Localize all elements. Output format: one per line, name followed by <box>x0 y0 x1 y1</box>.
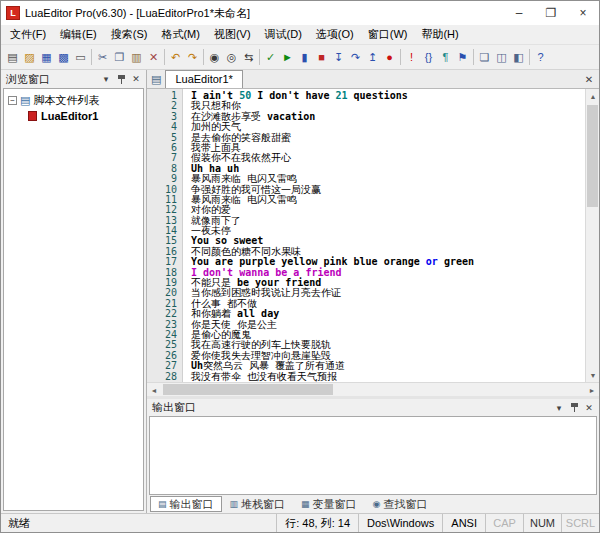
code-text: 暴风雨来临 电闪又雷鸣 <box>191 194 297 205</box>
step-over-button[interactable]: ↷ <box>347 47 364 67</box>
breakpoint-button[interactable]: ● <box>381 47 398 67</box>
scroll-right-icon[interactable]: ► <box>585 383 599 397</box>
code-text: 我只想和你 <box>191 100 241 111</box>
horizontal-scroll-thumb[interactable] <box>163 384 333 395</box>
tree-root-label: 脚本文件列表 <box>33 93 99 108</box>
menu-item[interactable]: 视图(V) <box>207 25 258 44</box>
close-button[interactable]: × <box>567 1 599 25</box>
save-all-button[interactable]: ▩ <box>55 47 72 67</box>
vertical-scroll-thumb[interactable] <box>587 105 598 207</box>
step-out-icon: ↥ <box>368 51 377 64</box>
undo-button[interactable]: ↶ <box>167 47 184 67</box>
cascade-windows-button[interactable]: ❏ <box>476 47 493 67</box>
stop-button[interactable]: ■ <box>313 47 330 67</box>
output-tab-stack[interactable]: ▥堆栈窗口 <box>222 496 294 512</box>
output-tab-icon: ▤ <box>158 499 167 509</box>
help-button[interactable]: ? <box>532 47 549 67</box>
output-tab-variables[interactable]: ▦变量窗口 <box>293 496 365 512</box>
code-text: You so sweet <box>191 235 263 246</box>
cut-button[interactable]: ✂ <box>94 47 111 67</box>
code-text: 我在高速行驶的列车上快要脱轨 <box>191 339 331 350</box>
vertical-scrollbar[interactable]: ▲ ▼ <box>585 89 599 382</box>
menu-item[interactable]: 调试(D) <box>258 25 309 44</box>
code-text: Uh <box>191 360 203 371</box>
document-close-icon[interactable]: ✕ <box>581 71 597 87</box>
output-close-button[interactable]: ✕ <box>582 401 596 415</box>
breakpoint-icon: ● <box>386 51 393 63</box>
save-file-button[interactable]: ▦ <box>38 47 55 67</box>
document-icon: ▤ <box>151 73 161 86</box>
find-next-button[interactable]: ◎ <box>223 47 240 67</box>
pause-button[interactable]: ▮ <box>296 47 313 67</box>
paste-icon: ▥ <box>131 51 141 64</box>
panel-pin-button[interactable] <box>114 72 128 86</box>
scroll-up-icon[interactable]: ▲ <box>586 89 600 103</box>
panel-close-button[interactable]: ✕ <box>129 72 143 86</box>
tree-collapse-icon[interactable]: − <box>8 96 17 105</box>
code-area[interactable]: I ain't 50 I don't have 21 questions我只想和… <box>183 89 585 382</box>
vertical-scroll-track[interactable] <box>586 103 599 368</box>
print-button[interactable]: ▭ <box>72 47 89 67</box>
output-tab-search[interactable]: ◉查找窗口 <box>365 496 436 512</box>
code-line: I ain't 50 I don't have 21 questions <box>191 91 585 101</box>
code-editor[interactable]: 1234567891011121314151617181920212223242… <box>147 89 599 382</box>
menu-item[interactable]: 窗口(W) <box>361 25 415 44</box>
menu-item[interactable]: 编辑(E) <box>53 25 104 44</box>
paste-button[interactable]: ▥ <box>128 47 145 67</box>
toolbar-separator <box>91 49 92 65</box>
maximize-button[interactable]: ❐ <box>535 1 567 25</box>
app-window: L LuaEditor Pro(v6.30) - [LuaEditorPro1*… <box>0 0 600 533</box>
copy-icon: ❐ <box>115 51 125 64</box>
tile-vertical-button[interactable]: ◧ <box>510 47 527 67</box>
code-text: 21 <box>336 90 348 101</box>
find-button[interactable]: ◉ <box>206 47 223 67</box>
output-tab-output[interactable]: ▤输出窗口 <box>150 496 222 512</box>
new-file-button[interactable]: ▤ <box>4 47 21 67</box>
menu-item[interactable]: 搜索(S) <box>104 25 155 44</box>
scroll-down-icon[interactable]: ▼ <box>586 368 600 382</box>
tree-item-luaeditor1[interactable]: LuaEditor1 <box>6 108 141 124</box>
output-content <box>149 416 597 495</box>
replace-button[interactable]: ⇆ <box>240 47 257 67</box>
status-locks: CAPNUMSCRL <box>485 514 599 532</box>
open-file-button[interactable]: ▨ <box>21 47 38 67</box>
compile-button[interactable]: ✓ <box>262 47 279 67</box>
code-line: 对你的爱 <box>191 205 585 215</box>
line-number: 4 <box>147 122 177 132</box>
tile-horizontal-icon: ◫ <box>496 51 506 64</box>
delete-button[interactable]: ✕ <box>145 47 162 67</box>
minimize-button[interactable]: – <box>503 1 535 25</box>
code-text: 就像雨下了 <box>191 215 241 226</box>
menu-item[interactable]: 帮助(H) <box>414 25 465 44</box>
step-into-button[interactable]: ↧ <box>330 47 347 67</box>
step-out-button[interactable]: ↥ <box>364 47 381 67</box>
code-text: 不能只是 <box>191 277 237 288</box>
code-line: 我没有带伞 也没有收看天气预报 <box>191 372 585 382</box>
menu-item[interactable]: 格式(M) <box>154 25 207 44</box>
braces-icon: {} <box>425 51 432 63</box>
menu-item[interactable]: 文件(F) <box>3 25 53 44</box>
output-menu-chevron-icon[interactable]: ▾ <box>552 401 566 415</box>
find-icon: ◉ <box>210 51 220 64</box>
run-button[interactable]: ► <box>279 47 296 67</box>
panel-menu-chevron-icon[interactable]: ▾ <box>99 72 113 86</box>
horizontal-scroll-track[interactable] <box>161 383 585 396</box>
menu-item[interactable]: 选项(O) <box>309 25 361 44</box>
tile-horizontal-button[interactable]: ◫ <box>493 47 510 67</box>
stack-tab-icon: ▥ <box>230 499 239 509</box>
redo-button[interactable]: ↷ <box>184 47 201 67</box>
comment-button[interactable]: ¶ <box>437 47 454 67</box>
scroll-left-icon[interactable]: ◄ <box>147 383 161 397</box>
tree-root-item[interactable]: − ▤ 脚本文件列表 <box>6 92 141 108</box>
output-tab-bar: ▤输出窗口▥堆栈窗口▦变量窗口◉查找窗口 <box>147 495 599 513</box>
variables-tab-icon: ▦ <box>301 499 310 509</box>
bookmark-button[interactable]: ⚑ <box>454 47 471 67</box>
syntax-check-button[interactable]: ! <box>403 47 420 67</box>
horizontal-scrollbar[interactable]: ◄ ► <box>147 382 599 396</box>
braces-button[interactable]: {} <box>420 47 437 67</box>
output-pin-button[interactable] <box>567 401 581 415</box>
toolbar-separator <box>400 49 401 65</box>
document-tab-active[interactable]: LuaEditor1* <box>165 70 243 88</box>
new-file-icon: ▤ <box>7 51 17 64</box>
copy-button[interactable]: ❐ <box>111 47 128 67</box>
